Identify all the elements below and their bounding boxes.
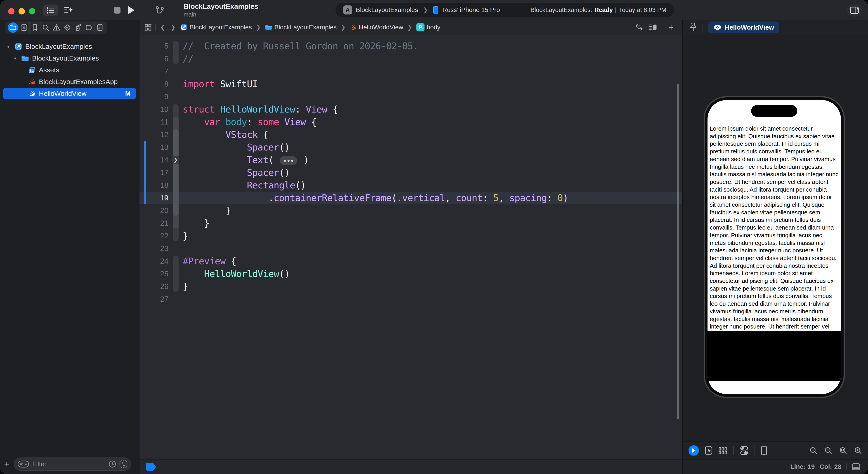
breadcrumb-item-HelloWorldView[interactable]: HelloWorldView — [350, 24, 403, 31]
status-state: Ready — [594, 6, 613, 13]
breadcrumb-item-body[interactable]: Pbody — [416, 23, 440, 31]
chevron-right-icon: ❯ — [339, 24, 347, 31]
breadcrumb-item-BlockLayoutExamples[interactable]: BlockLayoutExamples — [265, 24, 337, 31]
zoom-to-fit-icon — [839, 446, 847, 454]
close-button[interactable] — [8, 8, 14, 14]
breadcrumb-item-BlockLayoutExamples[interactable]: BlockLayoutExamples — [180, 24, 252, 31]
navigator-tab-reports[interactable] — [94, 22, 105, 33]
navigator-tab-changes[interactable] — [19, 22, 29, 33]
source-editor[interactable]: 5// Created by Russell Gordon on 2026-02… — [140, 35, 682, 459]
navigator-tab-project[interactable] — [8, 22, 18, 33]
preview-tab[interactable]: HelloWorldView — [708, 22, 779, 33]
variants-grid-button[interactable] — [718, 446, 727, 454]
file-icon — [21, 54, 29, 63]
recents-clock-icon[interactable] — [108, 460, 116, 468]
code-line-5: 5// Created by Russell Gordon on 2026-02… — [140, 40, 682, 53]
divider — [754, 446, 755, 455]
fold-ribbon[interactable] — [173, 256, 179, 292]
preview-tab-label: HelloWorldView — [725, 24, 774, 31]
zoom-in-button[interactable] — [854, 446, 862, 454]
editor-column: ❮ ❯ BlockLayoutExamples❯BlockLayoutExamp… — [140, 20, 682, 474]
scheme-selector[interactable]: A BlockLayoutExamples ❯ Russ’ iPhone 15 … — [335, 2, 674, 18]
pin-icon[interactable] — [689, 22, 698, 33]
line-number: 18 — [140, 181, 168, 190]
code-review-icon[interactable] — [635, 24, 643, 31]
filter-input[interactable]: Filter — [13, 457, 131, 471]
disclosure-chevron-icon[interactable]: ▾ — [5, 44, 11, 49]
line-number: 23 — [140, 244, 168, 253]
preview-canvas: Lorem ipsum dolor sit amet consectetur a… — [683, 35, 868, 441]
stop-button[interactable] — [113, 6, 121, 14]
file-label: HelloWorldView — [39, 90, 87, 97]
eye-icon — [713, 24, 721, 30]
code-text: Text( ) — [168, 155, 309, 165]
code-line-7: 7 — [140, 65, 682, 78]
debug-area-toggle-button[interactable] — [852, 463, 860, 470]
device-settings-button[interactable] — [740, 446, 749, 455]
report-icon — [96, 24, 104, 31]
minimize-button[interactable] — [19, 8, 25, 14]
navigator-tab-debug[interactable] — [73, 22, 83, 33]
traffic-lights — [8, 8, 35, 14]
changes-icon — [20, 24, 28, 31]
fold-ribbon[interactable] — [173, 41, 179, 64]
iphone-screen[interactable]: Lorem ipsum dolor sit amet consectetur a… — [708, 100, 841, 394]
scheme-name: BlockLayoutExamples — [356, 6, 418, 13]
run-button[interactable] — [127, 5, 135, 15]
disclosure-chevron-icon[interactable]: ▾ — [12, 56, 18, 61]
navigator-tab-issues[interactable] — [51, 22, 61, 33]
code-text: .containerRelativeFrame(.vertical, count… — [168, 192, 568, 203]
zoom-actual-size-icon — [824, 446, 832, 454]
preview-rectangle — [708, 331, 841, 381]
play-icon — [691, 448, 696, 453]
file-row-Assets[interactable]: Assets — [3, 64, 136, 76]
select-mode-button[interactable] — [705, 446, 712, 455]
iphone-device-frame: Lorem ipsum dolor sit amet consectetur a… — [704, 96, 845, 398]
related-items-icon[interactable] — [145, 24, 152, 31]
code-text: // Created by Russell Gordon on 2026-02-… — [168, 41, 418, 52]
intelligence-button[interactable] — [62, 4, 75, 16]
breadcrumb: BlockLayoutExamples❯BlockLayoutExamples❯… — [180, 23, 440, 31]
zoom-fit-button[interactable] — [839, 446, 847, 454]
zoom-button[interactable] — [29, 8, 35, 14]
navigator-tab-bookmarks[interactable] — [29, 22, 40, 33]
line-number: 26 — [140, 282, 168, 291]
folded-code-pill[interactable] — [280, 156, 297, 165]
navigator-tab-breakpoints[interactable] — [84, 22, 94, 33]
swift-file-icon — [28, 78, 36, 86]
add-file-button[interactable]: + — [0, 459, 13, 469]
code-line-22: 22} — [140, 229, 682, 242]
inspector-toggle-button[interactable] — [847, 4, 862, 17]
unfold-chevron-button[interactable]: ❯ — [172, 156, 179, 164]
zoom-out-button[interactable] — [809, 446, 817, 454]
navigator-tab-tests[interactable] — [62, 22, 72, 33]
xcode-project-icon — [180, 24, 187, 31]
divider — [155, 24, 156, 31]
back-button[interactable]: ❮ — [159, 24, 166, 31]
scheme-target[interactable]: A BlockLayoutExamples ❯ Russ’ iPhone 15 … — [343, 5, 500, 14]
status-separator: | — [615, 6, 617, 13]
line-number: 21 — [140, 219, 168, 227]
adjust-editor-icon[interactable] — [649, 24, 657, 31]
code-text: var body: some View { — [168, 117, 316, 127]
code-text: VStack { — [168, 129, 268, 140]
file-row-BlockLayoutExamples[interactable]: ▾BlockLayoutExamples — [3, 53, 136, 64]
editor-scrollbar[interactable] — [677, 84, 679, 419]
status-bar: Line: 19 Col: 28 — [683, 459, 868, 474]
fold-ribbon[interactable] — [173, 129, 179, 216]
device-preview-button[interactable] — [761, 445, 767, 455]
add-editor-button[interactable]: + — [669, 23, 674, 32]
code-line-18: 18 Rectangle() — [140, 179, 682, 192]
forward-button[interactable]: ❯ — [170, 24, 177, 31]
file-row-BlockLayoutExamplesApp[interactable]: BlockLayoutExamplesApp — [3, 76, 136, 88]
navigator-tab-find[interactable] — [40, 22, 51, 33]
changes-filter-icon[interactable] — [119, 460, 127, 468]
divider — [846, 463, 847, 470]
navigator-tab-bar — [0, 20, 139, 35]
live-preview-button[interactable] — [688, 445, 699, 456]
file-row-BlockLayoutExamples[interactable]: ▾BlockLayoutExamples — [3, 41, 136, 53]
file-row-HelloWorldView[interactable]: HelloWorldViewM — [3, 88, 136, 99]
navigator-toggle-button[interactable] — [43, 4, 58, 16]
breakpoint-tag-icon[interactable] — [146, 463, 156, 471]
zoom-actual-button[interactable] — [824, 446, 832, 454]
